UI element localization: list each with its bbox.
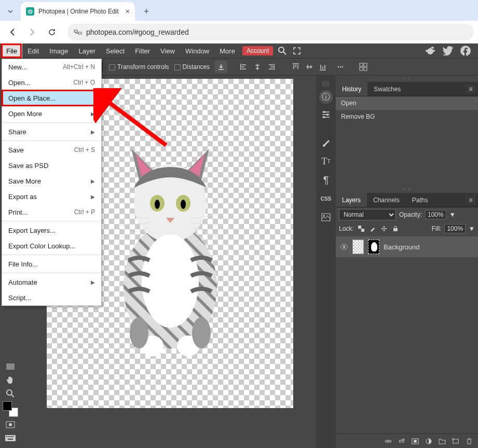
menu-open-more[interactable]: Open More ▶ — [2, 106, 101, 121]
adjustment-layer-icon[interactable] — [424, 437, 433, 446]
download-icon[interactable] — [215, 61, 227, 73]
align-right-icon[interactable] — [265, 61, 277, 73]
menu-file-info[interactable]: File Info... — [2, 256, 101, 272]
menu-export-color-lookup[interactable]: Export Color Lookup... — [2, 238, 101, 254]
tab-paths[interactable]: Paths — [406, 193, 434, 207]
align-left-icon[interactable] — [238, 61, 250, 73]
link-layers-icon[interactable] — [384, 437, 393, 446]
paragraph-panel-icon[interactable]: ¶ — [318, 172, 334, 188]
tab-channels[interactable]: Channels — [367, 193, 406, 207]
grid-toggle-icon[interactable] — [357, 61, 370, 73]
twitter-icon[interactable] — [443, 46, 453, 56]
menu-layer[interactable]: Layer — [74, 44, 101, 58]
history-panel-menu-icon[interactable]: ≡ — [466, 85, 476, 94]
facebook-icon[interactable] — [460, 46, 471, 56]
keyboard-icon[interactable] — [3, 432, 18, 444]
forward-button[interactable] — [24, 24, 40, 40]
menu-export-layers[interactable]: Export Layers... — [2, 222, 101, 238]
layer-mask-icon[interactable] — [411, 437, 420, 446]
new-layer-icon[interactable] — [451, 437, 460, 446]
layer-mask-thumbnail[interactable] — [368, 240, 379, 254]
zoom-tool-icon[interactable] — [3, 388, 18, 399]
adjustments-icon[interactable] — [318, 107, 334, 122]
css-panel-icon[interactable]: CSS — [318, 191, 334, 206]
reddit-icon[interactable] — [425, 46, 435, 56]
menu-export-as[interactable]: Export as ▶ — [2, 189, 101, 204]
menu-more[interactable]: More — [214, 44, 240, 58]
lock-pixels-icon[interactable] — [368, 225, 377, 233]
layers-panel-menu-icon[interactable]: ≡ — [466, 195, 476, 205]
menu-share[interactable]: Share ▶ — [2, 124, 101, 139]
menu-filter[interactable]: Filter — [130, 44, 155, 58]
back-button[interactable] — [4, 24, 21, 40]
svg-rect-53 — [453, 439, 458, 443]
layer-name[interactable]: Background — [384, 243, 419, 251]
lock-transparency-icon[interactable] — [357, 225, 365, 233]
history-item[interactable]: Open — [336, 96, 478, 110]
menu-image[interactable]: Image — [44, 44, 73, 58]
info-icon[interactable]: ⓘ — [319, 90, 333, 104]
menu-window[interactable]: Window — [180, 44, 214, 58]
fill-value[interactable]: 100% — [444, 224, 466, 233]
menu-print[interactable]: Print... Ctrl + P — [2, 204, 101, 220]
delete-layer-icon[interactable] — [465, 437, 474, 446]
brush-panel-icon[interactable] — [318, 135, 334, 150]
menu-automate[interactable]: Automate ▶ — [2, 274, 101, 290]
menu-select[interactable]: Select — [101, 44, 130, 58]
panel-drag-handle[interactable]: ‹ › — [336, 76, 478, 82]
blend-mode-select[interactable]: Normal — [339, 209, 396, 220]
menu-new[interactable]: New... Alt+Ctrl + N — [2, 59, 101, 75]
character-panel-icon[interactable]: TT — [318, 153, 334, 169]
layer-effects-icon[interactable]: eff — [397, 437, 406, 446]
menu-save-more[interactable]: Save More ▶ — [2, 173, 101, 189]
thumbnail-panel-icon[interactable] — [318, 209, 334, 225]
tab-title: Photopea | Online Photo Edit — [38, 8, 121, 15]
hand-tool-icon[interactable] — [3, 374, 18, 386]
quickmask-icon[interactable] — [3, 419, 18, 430]
browser-tab[interactable]: ⵙ Photopea | Online Photo Edit × — [21, 2, 135, 21]
menu-script[interactable]: Script... — [2, 290, 101, 305]
lock-all-icon[interactable] — [391, 225, 400, 233]
menu-view[interactable]: View — [155, 44, 180, 58]
more-options-icon[interactable] — [334, 61, 347, 73]
fill-dropdown-icon[interactable]: ▼ — [469, 225, 475, 232]
menu-save[interactable]: Save Ctrl + S — [2, 142, 101, 158]
new-folder-icon[interactable] — [438, 437, 447, 446]
history-item[interactable]: Remove BG — [336, 110, 478, 123]
align-middle-icon[interactable] — [303, 61, 316, 73]
align-bottom-icon[interactable] — [317, 61, 329, 73]
new-tab-button[interactable]: + — [139, 4, 154, 19]
opacity-dropdown-icon[interactable]: ▼ — [449, 211, 456, 218]
panel-handle-top[interactable]: ‹ › — [322, 81, 330, 87]
menu-open[interactable]: Open... Ctrl + O — [2, 75, 101, 90]
svg-point-31 — [155, 200, 160, 209]
tab-layers[interactable]: Layers — [336, 193, 367, 207]
account-button[interactable]: Account — [242, 46, 273, 55]
align-top-icon[interactable] — [290, 61, 302, 73]
tab-swatches[interactable]: Swatches — [367, 82, 407, 96]
layer-thumbnail[interactable] — [352, 240, 364, 254]
search-icon[interactable] — [277, 46, 288, 56]
reload-button[interactable] — [44, 24, 60, 40]
menu-save-as-psd[interactable]: Save as PSD — [2, 158, 101, 173]
rectangle-tool-icon[interactable] — [3, 361, 18, 372]
transform-controls-checkbox[interactable]: Transform controls — [109, 63, 169, 71]
foreground-color-swatch[interactable] — [3, 401, 12, 411]
layer-visibility-icon[interactable] — [340, 244, 348, 250]
opacity-value[interactable]: 100% — [425, 210, 446, 219]
panel-drag-handle[interactable]: ‹ › — [336, 187, 478, 193]
site-info-icon[interactable] — [74, 29, 82, 36]
lock-position-icon[interactable] — [380, 225, 388, 233]
distances-checkbox[interactable]: Distances — [174, 63, 210, 71]
align-center-h-icon[interactable] — [251, 61, 264, 73]
tab-history[interactable]: History — [336, 82, 367, 96]
menu-file[interactable]: File — [1, 44, 22, 58]
menu-open-and-place[interactable]: Open & Place... — [2, 90, 101, 106]
tab-search-dropdown[interactable] — [1, 2, 20, 21]
color-swatches[interactable] — [3, 401, 18, 417]
fullscreen-icon[interactable] — [292, 46, 302, 56]
close-tab-icon[interactable]: × — [126, 7, 130, 16]
layer-row[interactable]: Background — [336, 236, 478, 257]
address-bar[interactable]: photopea.com/#goog_rewarded — [67, 24, 474, 40]
menu-edit[interactable]: Edit — [22, 44, 44, 58]
